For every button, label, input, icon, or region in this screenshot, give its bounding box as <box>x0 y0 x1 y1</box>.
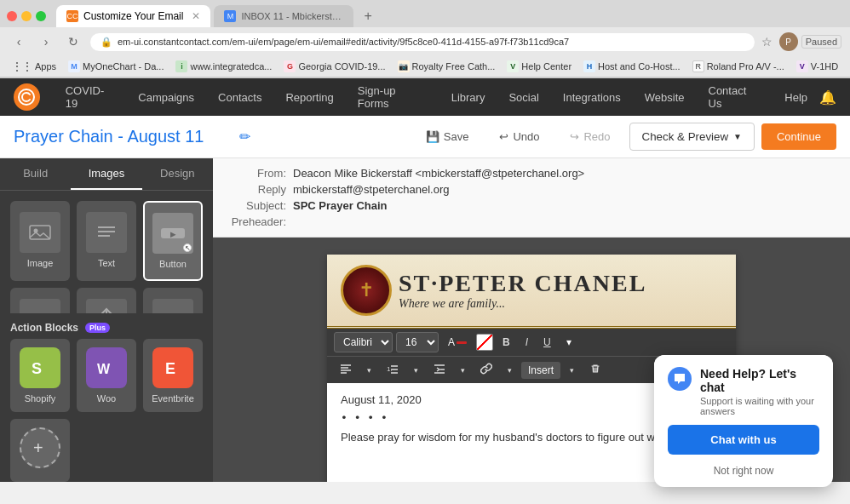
nav-integrations[interactable]: Integrations <box>551 78 633 116</box>
nav-website[interactable]: Website <box>633 78 697 116</box>
save-button[interactable]: 💾 Save <box>414 123 481 150</box>
block-image[interactable]: Image <box>10 201 70 281</box>
bookmark-myonechart[interactable]: M MyOneChart - Da... <box>63 59 169 74</box>
bookmark-help-center[interactable]: V Help Center <box>502 59 577 74</box>
notifications-bell-icon[interactable]: 🔔 <box>819 89 836 106</box>
action-block-eventbrite[interactable]: E Eventbrite <box>143 339 203 412</box>
font-family-select[interactable]: Calibri <box>334 332 393 352</box>
eventbrite-label: Eventbrite <box>152 393 194 404</box>
tab-images[interactable]: Images <box>71 158 141 190</box>
undo-button[interactable]: ↩ Undo <box>487 123 551 150</box>
reload-button[interactable]: ↻ <box>63 32 83 52</box>
save-label: Save <box>444 130 469 143</box>
block-divider[interactable]: Divider <box>10 288 70 313</box>
image-block-icon <box>20 212 60 253</box>
action-block-shopify[interactable]: S Shopify <box>10 339 70 412</box>
from-value: Deacon Mike Bickerstaff <mbickerstaff@st… <box>293 167 584 180</box>
text-color-button[interactable]: A <box>442 333 473 352</box>
indent-button[interactable] <box>428 359 451 381</box>
link-dropdown-button[interactable]: ▾ <box>502 363 518 378</box>
user-avatar[interactable]: P <box>779 32 798 51</box>
lock-icon: 🔒 <box>101 37 112 48</box>
redo-button[interactable]: ↪ Redo <box>558 123 622 150</box>
bookmark-georgia-covid[interactable]: G Georgia COVID-19... <box>279 59 390 74</box>
eventbrite-icon: E <box>152 347 193 388</box>
format-toolbar: Calibri 16 A B I U ▾ <box>327 329 736 356</box>
subject-row: Subject: SPC Prayer Chain <box>227 198 836 214</box>
link-button[interactable] <box>474 359 498 381</box>
chat-header: Need Help? Let's chat Support is waiting… <box>654 355 833 425</box>
nav-contact-us[interactable]: Contact Us <box>697 78 773 116</box>
nav-help[interactable]: Help <box>772 78 819 116</box>
browser-chrome: CC Customize Your Email ✕ M INBOX 11 - M… <box>0 0 850 78</box>
block-spacer[interactable]: Spacer <box>77 288 136 313</box>
nav-campaigns[interactable]: Campaigns <box>126 78 206 116</box>
address-bar[interactable]: 🔒 em-ui.constantcontact.com/em-ui/em/pag… <box>90 33 755 51</box>
tab-design[interactable]: Design <box>142 158 213 190</box>
not-right-now-button[interactable]: Not right now <box>654 461 833 487</box>
check-preview-button[interactable]: Check & Preview ▼ <box>629 123 755 151</box>
new-tab-button[interactable]: + <box>357 5 378 27</box>
forward-button[interactable]: › <box>36 32 56 52</box>
bookmark-icon[interactable]: ☆ <box>761 35 772 49</box>
block-button[interactable]: ▶ ↖ Button <box>143 201 203 281</box>
insert-button[interactable]: Insert <box>521 362 560 379</box>
align-left-button[interactable] <box>334 359 358 381</box>
list-ordered-button[interactable]: 1. <box>381 359 405 381</box>
extension-area: P Paused <box>779 32 841 51</box>
nav-reporting[interactable]: Reporting <box>273 78 345 116</box>
bold-button[interactable]: B <box>497 333 516 352</box>
action-block-woo[interactable]: W Woo <box>77 339 136 412</box>
bookmarks-bar: ⋮⋮ Apps M MyOneChart - Da... i www.integ… <box>0 56 850 77</box>
nav-contacts[interactable]: Contacts <box>206 78 273 116</box>
list-dropdown-button[interactable]: ▾ <box>408 363 424 378</box>
color-clear-swatch[interactable] <box>476 334 493 351</box>
inactive-tab-title: INBOX 11 - Mbickerstaff@s... <box>241 11 343 21</box>
tab-title: Customize Your Email <box>83 10 183 22</box>
subject-value: SPC Prayer Chain <box>293 199 388 212</box>
chat-subtitle: Support is waiting with your answers <box>700 396 819 416</box>
inactive-tab[interactable]: M INBOX 11 - Mbickerstaff@s... <box>214 5 353 27</box>
svg-text:S: S <box>32 360 42 377</box>
bookmark-host[interactable]: H Host and Co-Host... <box>578 59 686 74</box>
more-action-icon: + <box>20 427 60 468</box>
continue-button[interactable]: Continue <box>761 123 836 150</box>
divider-block-icon <box>20 299 60 313</box>
bookmark-roland[interactable]: R Roland Pro A/V -... <box>687 59 790 74</box>
italic-button[interactable]: I <box>520 333 534 352</box>
insert-dropdown-button[interactable]: ▾ <box>564 363 580 378</box>
active-tab[interactable]: CC Customize Your Email ✕ <box>56 5 210 27</box>
more-format-button[interactable]: ▾ <box>560 333 577 352</box>
action-block-more[interactable]: + <box>10 419 70 482</box>
svg-text:E: E <box>165 360 175 377</box>
minimize-button[interactable] <box>21 11 32 21</box>
back-button[interactable]: ‹ <box>9 32 29 52</box>
bookmark-apps[interactable]: ⋮⋮ Apps <box>7 59 61 74</box>
edit-title-icon[interactable]: ✏ <box>239 129 250 145</box>
bookmark-integratedca[interactable]: i www.integratedca... <box>170 59 277 74</box>
email-title-input[interactable]: Prayer Chain - August 11 <box>14 127 229 146</box>
church-name-text: ST·PETER CHANEL <box>399 270 646 297</box>
bookmark-royalty-free[interactable]: 📷 Royalty Free Cath... <box>393 59 501 74</box>
chat-with-us-button[interactable]: Chat with us <box>668 425 819 455</box>
continue-label: Continue <box>777 130 821 143</box>
nav-social[interactable]: Social <box>497 78 550 116</box>
underline-button[interactable]: U <box>537 333 557 352</box>
indent-dropdown-button[interactable]: ▾ <box>455 363 471 378</box>
image-block-label: Image <box>27 258 54 268</box>
button-block-label: Button <box>159 259 187 269</box>
nav-covid19[interactable]: COVID-19 <box>54 78 127 116</box>
bookmark-v1hd[interactable]: V V-1HD <box>791 59 843 74</box>
font-size-select[interactable]: 16 <box>396 332 439 352</box>
tab-build[interactable]: Build <box>0 158 71 190</box>
action-blocks-section: Action Blocks Plus <box>0 313 213 339</box>
maximize-button[interactable] <box>36 11 46 21</box>
align-dropdown-button[interactable]: ▾ <box>361 363 377 378</box>
nav-library[interactable]: Library <box>439 78 497 116</box>
close-tab-icon[interactable]: ✕ <box>192 10 200 22</box>
nav-signup-forms[interactable]: Sign-up Forms <box>346 78 439 116</box>
block-text[interactable]: Text <box>77 201 136 281</box>
close-button[interactable] <box>7 11 17 21</box>
delete-button[interactable] <box>583 359 607 381</box>
block-more[interactable]: More <box>143 288 203 313</box>
